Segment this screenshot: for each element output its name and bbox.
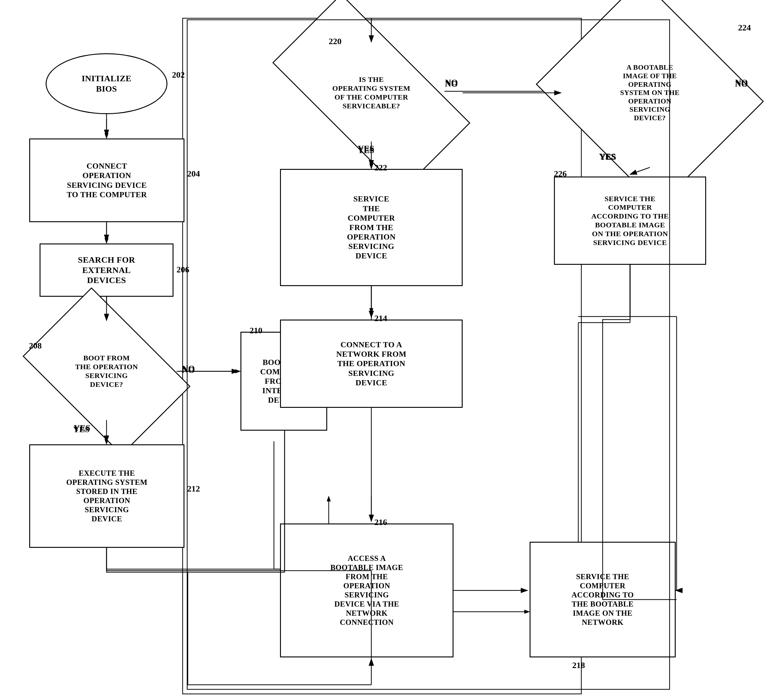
node-222: SERVICE THE COMPUTER FROM THE OPERATION … — [280, 169, 463, 286]
label-216: 216 — [374, 517, 387, 527]
svg-marker-7 — [235, 369, 240, 373]
svg-marker-1 — [105, 133, 108, 139]
node-224: A BOOTABLE IMAGE OF THE OPERATING SYSTEM… — [536, 0, 764, 207]
yes-label-224-text: YES — [599, 152, 615, 161]
svg-marker-39 — [369, 308, 373, 313]
label-206: 206 — [177, 265, 189, 275]
node-204: CONNECT OPERATION SERVICING DEVICE TO TH… — [29, 139, 184, 222]
no-label-220-text: NO — [445, 78, 458, 87]
node-208: BOOT FROM THE OPERATION SERVICING DEVICE… — [23, 287, 190, 455]
node-218: SERVICE THE COMPUTER ACCORDING TO THE BO… — [529, 542, 676, 657]
label-202: 202 — [172, 70, 185, 80]
label-226: 226 — [554, 169, 567, 179]
node-220: IS THE OPERATING SYSTEM OF THE COMPUTER … — [273, 0, 471, 192]
no-label-224-text: NO — [735, 78, 748, 87]
node-214: CONNECT TO A NETWORK FROM THE OPERATION … — [280, 319, 463, 408]
flowchart: INITIALIZE BIOS 202 CONNECT OPERATION SE… — [0, 0, 774, 700]
label-210: 210 — [250, 326, 262, 335]
svg-marker-28 — [369, 515, 373, 520]
svg-marker-17 — [369, 164, 373, 169]
label-212: 212 — [187, 484, 200, 494]
no-label-208-text: NO — [182, 364, 195, 374]
svg-marker-3 — [105, 238, 108, 243]
label-208: 208 — [29, 341, 42, 351]
svg-marker-13 — [327, 496, 331, 501]
label-214: 214 — [374, 313, 387, 323]
yes-label-208-text: YES — [74, 423, 90, 433]
node-212: EXECUTE THE OPERATING SYSTEM STORED IN T… — [29, 444, 184, 548]
node-202: INITIALIZE BIOS — [46, 53, 167, 114]
yes-label-220-text: YES — [357, 144, 374, 153]
node-226: SERVICE THE COMPUTER ACCORDING TO THE BO… — [554, 177, 706, 265]
label-204: 204 — [187, 169, 200, 179]
svg-marker-30 — [524, 610, 529, 614]
label-224: 224 — [738, 23, 751, 33]
node-206: SEARCH FOR EXTERNAL DEVICES — [40, 243, 174, 297]
node-216: ACCESS A BOOTABLE IMAGE FROM THE OPERATI… — [280, 523, 453, 657]
label-222: 222 — [374, 163, 387, 172]
label-218: 218 — [572, 660, 585, 670]
label-220: 220 — [329, 36, 341, 46]
